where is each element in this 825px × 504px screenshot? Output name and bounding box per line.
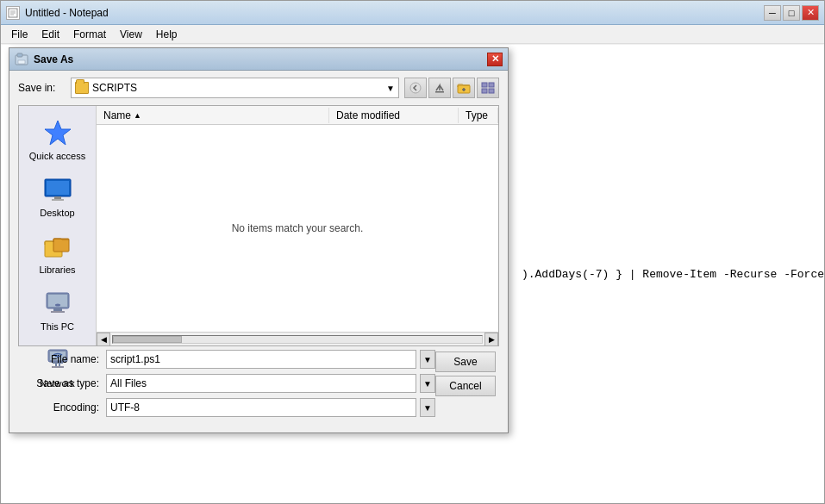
file-name-label: File name: <box>22 353 99 365</box>
save-as-type-input-wrap: All Files ▼ <box>106 374 435 393</box>
svg-rect-6 <box>18 60 25 64</box>
save-button[interactable]: Save <box>435 352 496 372</box>
col-header-name[interactable]: Name ▲ <box>97 108 329 123</box>
svg-rect-22 <box>53 239 69 252</box>
scroll-left-button[interactable]: ◀ <box>97 333 110 346</box>
save-as-type-label: Save as type: <box>22 377 99 389</box>
empty-message: No items match your search. <box>97 125 498 332</box>
encoding-row: Encoding: UTF-8 ▼ <box>22 398 435 417</box>
up-button[interactable] <box>428 78 451 98</box>
sidebar-label-quick-access: Quick access <box>29 151 85 161</box>
svg-rect-5 <box>17 53 22 57</box>
save-as-type-input[interactable]: All Files <box>106 374 416 393</box>
sidebar: Quick access Desktop <box>19 106 97 345</box>
back-button[interactable] <box>404 78 427 98</box>
svg-point-27 <box>55 304 60 307</box>
sort-arrow-icon: ▲ <box>134 111 141 120</box>
svg-rect-12 <box>482 83 487 87</box>
bottom-section: File name: script1.ps1 ▼ Save as type: <box>18 346 499 426</box>
encoding-input[interactable]: UTF-8 <box>106 398 416 417</box>
encoding-input-wrap: UTF-8 ▼ <box>106 398 435 417</box>
cancel-button[interactable]: Cancel <box>435 376 496 396</box>
folder-icon <box>75 82 89 94</box>
dialog-main: Quick access Desktop <box>18 105 499 346</box>
svg-rect-14 <box>482 89 487 93</box>
save-in-row: Save in: SCRIPTS ▼ <box>18 78 499 98</box>
svg-rect-26 <box>51 311 65 313</box>
toolbar-buttons <box>404 78 499 98</box>
sidebar-label-this-pc: This PC <box>41 321 74 332</box>
svg-point-7 <box>410 83 421 93</box>
save-as-dialog: Save As ✕ Save in: SCRIPTS ▼ <box>9 47 509 433</box>
save-as-type-row: Save as type: All Files ▼ <box>22 374 435 393</box>
dialog-overlay: Save As ✕ Save in: SCRIPTS ▼ <box>0 0 825 504</box>
scroll-thumb[interactable] <box>113 336 182 343</box>
svg-marker-16 <box>45 121 71 145</box>
dialog-icon <box>15 53 28 66</box>
svg-rect-8 <box>435 91 444 93</box>
svg-rect-20 <box>52 199 64 201</box>
dialog-close-button[interactable]: ✕ <box>487 53 503 66</box>
svg-rect-19 <box>54 196 61 199</box>
col-header-type[interactable]: Type <box>459 108 498 123</box>
dialog-titlebar: Save As ✕ <box>9 48 508 71</box>
sidebar-item-libraries[interactable]: Libraries <box>22 227 93 280</box>
libraries-icon <box>42 232 73 263</box>
svg-rect-25 <box>53 308 62 311</box>
sidebar-item-this-pc[interactable]: This PC <box>22 283 93 337</box>
save-in-dropdown[interactable]: SCRIPTS ▼ <box>71 78 399 98</box>
file-name-dropdown-button[interactable]: ▼ <box>420 350 435 369</box>
desktop-icon <box>42 175 73 206</box>
column-headers: Name ▲ Date modified Type <box>97 106 498 125</box>
file-name-row: File name: script1.ps1 ▼ <box>22 350 435 369</box>
sidebar-label-desktop: Desktop <box>40 208 74 218</box>
col-header-date[interactable]: Date modified <box>329 108 459 123</box>
dialog-title: Save As <box>34 53 487 65</box>
file-name-input-wrap: script1.ps1 ▼ <box>106 350 435 369</box>
svg-rect-15 <box>489 89 494 93</box>
encoding-dropdown-button[interactable]: ▼ <box>420 398 435 417</box>
fields-column: File name: script1.ps1 ▼ Save as type: <box>22 350 435 422</box>
svg-rect-18 <box>47 181 69 195</box>
current-folder: SCRIPTS <box>92 82 137 94</box>
encoding-label: Encoding: <box>22 401 99 414</box>
quick-access-icon <box>42 118 73 149</box>
buttons-column: Save Cancel <box>435 350 496 396</box>
dialog-body: Save in: SCRIPTS ▼ <box>9 71 508 432</box>
sidebar-label-libraries: Libraries <box>39 264 75 275</box>
horizontal-scrollbar[interactable]: ◀ ▶ <box>97 332 498 345</box>
view-options-button[interactable] <box>477 78 499 98</box>
scroll-track[interactable] <box>112 335 483 344</box>
file-list-area: Name ▲ Date modified Type No items match… <box>97 106 498 345</box>
sidebar-item-desktop[interactable]: Desktop <box>22 170 93 223</box>
save-as-type-dropdown-button[interactable]: ▼ <box>420 374 435 393</box>
svg-rect-13 <box>489 83 494 87</box>
create-folder-button[interactable] <box>453 78 475 98</box>
this-pc-icon <box>42 289 73 320</box>
dropdown-arrow-icon: ▼ <box>386 84 395 93</box>
save-in-label: Save in: <box>18 82 66 94</box>
scroll-right-button[interactable]: ▶ <box>484 333 498 346</box>
file-name-input[interactable]: script1.ps1 <box>106 350 416 369</box>
sidebar-item-quick-access[interactable]: Quick access <box>22 113 93 166</box>
